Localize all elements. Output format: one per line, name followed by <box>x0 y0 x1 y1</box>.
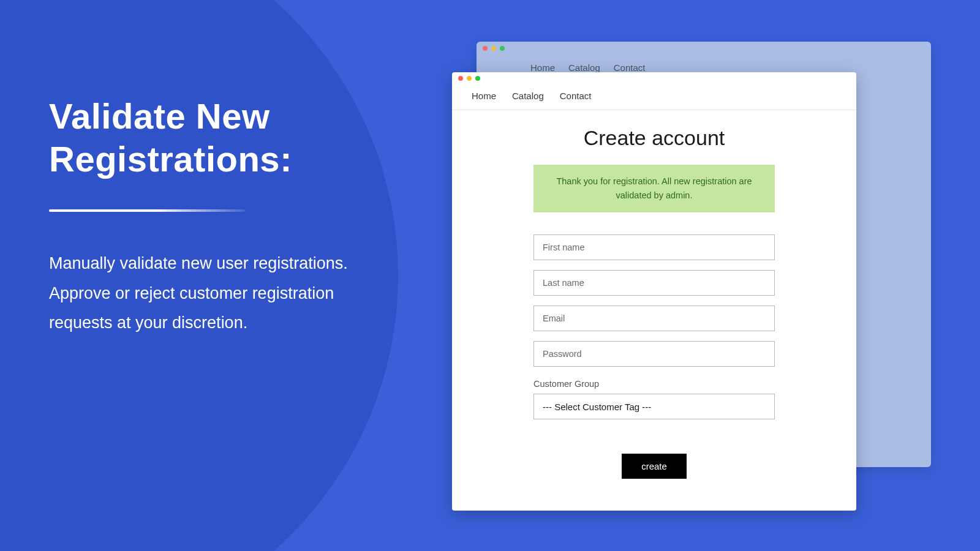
headline-line-2: Registrations: <box>49 139 292 179</box>
window-minimize-icon[interactable] <box>467 76 472 81</box>
window-close-icon[interactable] <box>483 46 488 51</box>
marketing-body: Manually validate new user registrations… <box>49 249 380 338</box>
create-button[interactable]: create <box>622 454 687 479</box>
success-notice: Thank you for registration. All new regi… <box>533 165 775 212</box>
password-field[interactable] <box>533 341 775 367</box>
nav-contact-back[interactable]: Contact <box>614 62 646 73</box>
last-name-field[interactable] <box>533 270 775 296</box>
customer-group-label: Customer Group <box>533 379 775 389</box>
nav-home[interactable]: Home <box>472 91 496 101</box>
window-maximize-icon[interactable] <box>475 76 480 81</box>
form-title: Create account <box>584 126 725 150</box>
customer-group-select[interactable]: --- Select Customer Tag --- <box>533 394 775 419</box>
nav-contact[interactable]: Contact <box>560 91 592 101</box>
create-account-form: Create account Thank you for registratio… <box>452 110 856 511</box>
email-field[interactable] <box>533 305 775 331</box>
headline-line-1: Validate New <box>49 96 270 136</box>
window-minimize-icon[interactable] <box>491 46 496 51</box>
divider <box>49 209 245 212</box>
first-name-field[interactable] <box>533 234 775 260</box>
marketing-panel: Validate New Registrations: Manually val… <box>49 95 380 338</box>
window-back-titlebar <box>477 42 931 55</box>
window-close-icon[interactable] <box>458 76 463 81</box>
customer-group-selected: --- Select Customer Tag --- <box>543 402 651 412</box>
nav-catalog[interactable]: Catalog <box>512 91 544 101</box>
window-front-titlebar <box>452 72 856 84</box>
window-maximize-icon[interactable] <box>500 46 505 51</box>
nav-catalog-back[interactable]: Catalog <box>568 62 600 73</box>
headline: Validate New Registrations: <box>49 95 380 180</box>
front-window-nav: Home Catalog Contact <box>452 84 856 110</box>
nav-home-back[interactable]: Home <box>530 62 555 73</box>
browser-window-front: Home Catalog Contact Create account Than… <box>452 72 856 511</box>
